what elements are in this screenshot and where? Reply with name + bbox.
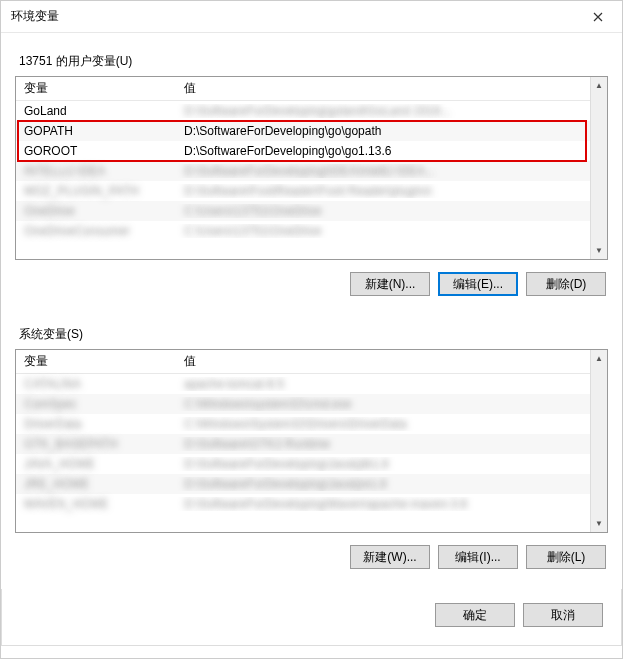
row-variable: OneDriveConsumer [16,224,176,238]
close-icon[interactable] [578,3,618,31]
row-variable: JRE_HOME [16,477,176,491]
row-variable: OneDrive [16,204,176,218]
table-row[interactable]: MOZ_PLUGIN_PATHD:\Software\FoxitReader\F… [16,181,590,201]
row-value: D:\SoftwareForDeveloping\Java\jre1.8 [176,477,590,491]
sys-delete-button[interactable]: 删除(L) [526,545,606,569]
row-variable: JAVA_HOME [16,457,176,471]
sys-scrollbar[interactable]: ▲ ▼ [590,350,607,532]
table-row[interactable]: JRE_HOMED:\SoftwareForDeveloping\Java\jr… [16,474,590,494]
row-value: D:\Software\FoxitReader\Foxit Reader\plu… [176,184,590,198]
table-row[interactable]: JAVA_HOMED:\SoftwareForDeveloping\Java\j… [16,454,590,474]
user-edit-button[interactable]: 编辑(E)... [438,272,518,296]
header-variable: 变量 [16,353,176,370]
sys-table-header: 变量 值 [16,350,590,374]
header-variable: 变量 [16,80,176,97]
cancel-button[interactable]: 取消 [523,603,603,627]
row-value: apache-tomcat-8.5 [176,377,590,391]
titlebar: 环境变量 [1,1,622,33]
table-row[interactable]: MAVEN_HOMED:\SoftwareForDeveloping\Maven… [16,494,590,514]
ok-button[interactable]: 确定 [435,603,515,627]
sys-new-button[interactable]: 新建(W)... [350,545,430,569]
row-variable: GTK_BASEPATH [16,437,176,451]
row-variable: GoLand [16,104,176,118]
row-value: C:\Windows\system32\cmd.exe [176,397,590,411]
sys-vars-label: 系统变量(S) [19,326,608,343]
row-value: D:\SoftwareForDeveloping\Maven\apache-ma… [176,497,590,511]
table-row[interactable]: GOPATHD:\SoftwareForDeveloping\go\gopath [16,121,590,141]
user-vars-buttons: 新建(N)... 编辑(E)... 删除(D) [15,260,608,304]
scroll-down-icon[interactable]: ▼ [591,515,607,532]
dialog-content: 13751 的用户变量(U) 变量 值 GoLandD:\SoftwareFor… [1,33,622,658]
table-row[interactable]: OneDriveConsumerC:\Users\13751\OneDrive [16,221,590,241]
row-variable: ComSpec [16,397,176,411]
scroll-down-icon[interactable]: ▼ [591,242,607,259]
user-vars-label: 13751 的用户变量(U) [19,53,608,70]
sys-vars-group: 系统变量(S) 变量 值 CATALINAapache-tomcat-8.5Co… [15,316,608,577]
row-value: D:\SoftwareForDeveloping\goland\GoLand 2… [176,104,590,118]
row-variable: MOZ_PLUGIN_PATH [16,184,176,198]
sys-vars-table[interactable]: 变量 值 CATALINAapache-tomcat-8.5ComSpecC:\… [15,349,608,533]
row-value: D:\Software\GTK2-Runtime [176,437,590,451]
header-value: 值 [176,353,590,370]
row-variable: INTELLIJ IDEA [16,164,176,178]
user-new-button[interactable]: 新建(N)... [350,272,430,296]
user-delete-button[interactable]: 删除(D) [526,272,606,296]
row-value: D:\SoftwareForDeveloping\go\go1.13.6 [176,144,590,158]
table-row[interactable]: ComSpecC:\Windows\system32\cmd.exe [16,394,590,414]
row-variable: DriverData [16,417,176,431]
table-row[interactable]: GOROOTD:\SoftwareForDeveloping\go\go1.13… [16,141,590,161]
row-value: C:\Users\13751\OneDrive [176,204,590,218]
row-variable: MAVEN_HOME [16,497,176,511]
sys-edit-button[interactable]: 编辑(I)... [438,545,518,569]
header-value: 值 [176,80,590,97]
row-variable: GOROOT [16,144,176,158]
row-value: C:\Windows\System32\Drivers\DriverData [176,417,590,431]
row-value: D:\SoftwareForDeveloping\Java\jdk1.8 [176,457,590,471]
user-vars-table[interactable]: 变量 值 GoLandD:\SoftwareForDeveloping\gola… [15,76,608,260]
sys-vars-buttons: 新建(W)... 编辑(I)... 删除(L) [15,533,608,577]
row-value: D:\SoftwareForDeveloping\IDEA\IntelliJ I… [176,164,590,178]
dialog-footer: 确定 取消 [1,589,622,646]
table-row[interactable]: GTK_BASEPATHD:\Software\GTK2-Runtime [16,434,590,454]
row-value: D:\SoftwareForDeveloping\go\gopath [176,124,590,138]
env-vars-dialog: 环境变量 13751 的用户变量(U) 变量 值 GoLandD:\Softwa… [0,0,623,659]
table-row[interactable]: GoLandD:\SoftwareForDeveloping\goland\Go… [16,101,590,121]
user-scrollbar[interactable]: ▲ ▼ [590,77,607,259]
dialog-title: 环境变量 [11,8,59,25]
row-variable: GOPATH [16,124,176,138]
table-row[interactable]: CATALINAapache-tomcat-8.5 [16,374,590,394]
row-variable: CATALINA [16,377,176,391]
row-value: C:\Users\13751\OneDrive [176,224,590,238]
scroll-up-icon[interactable]: ▲ [591,77,607,94]
user-table-header: 变量 值 [16,77,590,101]
table-row[interactable]: INTELLIJ IDEAD:\SoftwareForDeveloping\ID… [16,161,590,181]
scroll-up-icon[interactable]: ▲ [591,350,607,367]
table-row[interactable]: DriverDataC:\Windows\System32\Drivers\Dr… [16,414,590,434]
table-row[interactable]: OneDriveC:\Users\13751\OneDrive [16,201,590,221]
user-vars-group: 13751 的用户变量(U) 变量 值 GoLandD:\SoftwareFor… [15,43,608,304]
